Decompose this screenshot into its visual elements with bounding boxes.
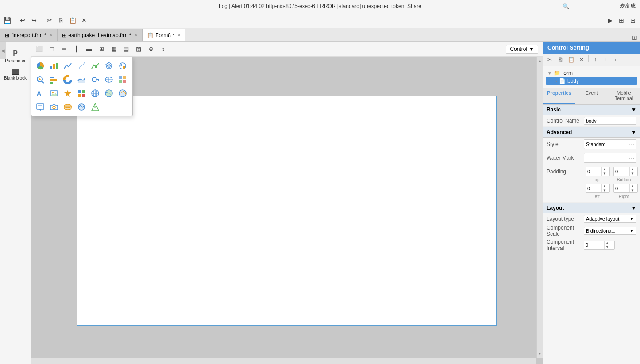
chart-web[interactable] [89,87,101,100]
control-dropdown[interactable]: Control ▼ [506,45,538,54]
advanced-section-header[interactable]: Advanced ▼ [543,127,640,138]
chart-globe2[interactable] [103,87,115,100]
rp-paste[interactable]: 📋 [566,55,576,65]
basic-section-header[interactable]: Basic ▼ [543,104,640,115]
padding-right-field[interactable] [614,185,629,192]
rect2-button[interactable]: ◻ [46,44,58,54]
chart-scatter[interactable] [75,60,88,72]
chart-globe3[interactable] [116,87,129,100]
control-name-value[interactable]: body [584,117,636,125]
sidebar-collapse-handle[interactable]: ◀ [0,42,6,59]
vertical-scrollbar[interactable]: ▲ ▼ [536,57,543,358]
redo-button[interactable]: ↪ [29,15,39,26]
rp-cut[interactable]: ✂ [545,55,555,65]
rect-button[interactable]: ⬜ [34,44,45,54]
chart-map[interactable] [103,73,115,86]
watermark-value[interactable]: ··· [584,153,636,163]
chart-text[interactable]: A [34,87,46,100]
interval-down[interactable]: ▼ [605,245,610,249]
chart-bubble[interactable] [116,60,129,72]
chart-win[interactable] [75,87,88,100]
merge-button[interactable]: ⊕ [145,44,157,54]
padding-top-input[interactable]: ▲ ▼ [586,167,610,176]
component-interval-input[interactable]: ▲ ▼ [584,241,615,250]
tab-event[interactable]: Event [575,88,608,104]
horizontal-scrollbar[interactable] [31,358,536,364]
rp-up[interactable]: ↑ [590,55,600,65]
tree-body[interactable]: ▷ 📄 body [546,77,637,85]
rp-delete[interactable]: ✕ [577,55,586,65]
sidebar-item-blank-block[interactable]: Blank block [2,67,29,82]
tab-close[interactable]: × [50,33,52,38]
tab-form8[interactable]: 📋 Form8 * × [142,29,185,41]
resize-button[interactable]: ↕ [158,44,169,54]
chart-donut[interactable] [62,73,74,86]
split-button[interactable]: ⊞ [616,15,627,26]
chart-key[interactable] [89,73,101,86]
rp-right[interactable]: → [622,55,632,65]
chart-pie[interactable] [34,60,46,72]
rp-copy[interactable]: ⎘ [555,55,565,65]
chart-line[interactable] [62,60,74,72]
padding-left-down[interactable]: ▼ [602,188,607,193]
tab-properties[interactable]: Properties [543,88,575,104]
cut-button[interactable]: ✂ [44,15,55,26]
padding-left-input[interactable]: ▲ ▼ [586,184,610,193]
interval-up[interactable]: ▲ [605,241,610,245]
chart-star[interactable] [62,87,74,100]
save-button[interactable]: 💾 [2,15,12,26]
expand-button[interactable]: ▶ [605,15,615,26]
close-file-button[interactable]: ✕ [79,15,89,26]
columns-button[interactable]: ⊟ [628,15,638,26]
watermark-dots[interactable]: ··· [629,154,634,161]
padding-top-field[interactable] [586,169,601,175]
padding-bottom-down[interactable]: ▼ [630,172,635,176]
chart-radar[interactable] [103,60,115,72]
tab-close2[interactable]: × [135,33,137,38]
rp-down[interactable]: ↓ [601,55,611,65]
table3-button[interactable]: ▤ [120,44,132,54]
chart-zoom[interactable] [34,73,46,86]
layout-section-header[interactable]: Layout ▼ [543,203,640,213]
tree-form[interactable]: ▼ 📁 form [546,69,637,77]
padding-bottom-input[interactable]: ▲ ▼ [613,167,638,176]
chart-extra2[interactable] [89,101,101,113]
padding-right-down[interactable]: ▼ [630,188,635,193]
chart-extra1[interactable] [75,101,88,113]
padding-top-up[interactable]: ▲ [602,167,607,172]
style-dots[interactable]: ··· [629,141,634,148]
padding-right-input[interactable]: ▲ ▼ [613,184,638,193]
padding-right-up[interactable]: ▲ [630,184,635,188]
tab-finereport[interactable]: ⊞ finereport.frm * × [0,29,57,41]
search-icon[interactable]: 🔍 [563,3,569,9]
chart-area[interactable] [89,60,101,72]
canvas-inner[interactable] [77,96,497,326]
paste-button[interactable]: 📋 [67,15,78,26]
rp-left[interactable]: ← [612,55,621,65]
copy-button[interactable]: ⎘ [56,15,66,26]
padding-bottom-up[interactable]: ▲ [630,167,635,172]
table-button[interactable]: ⊞ [96,44,107,54]
table4-button[interactable]: ▧ [133,44,144,54]
padding-left-field[interactable] [586,185,601,192]
chart-coin[interactable] [62,101,74,113]
table2-button[interactable]: ▦ [108,44,120,54]
tab-earthquake[interactable]: ⊞ earthquake_heatmap.frm * × [57,29,142,41]
padding-left-up[interactable]: ▲ [602,184,607,188]
component-scale-select[interactable]: Bidirectiona... ▼ [584,227,636,235]
style-value[interactable]: Standard ··· [584,139,636,149]
chart-image[interactable] [48,87,60,100]
chart-bar[interactable] [48,60,60,72]
hline-button[interactable]: ━ [58,44,70,54]
chart-camera[interactable] [48,101,60,113]
user-name[interactable]: 麦富成 [620,2,636,10]
undo-button[interactable]: ↩ [17,15,28,26]
padding-bottom-field[interactable] [614,169,629,175]
tab-close3[interactable]: × [178,33,181,38]
layout-type-select[interactable]: Adaptive layout ▼ [584,215,636,223]
tab-more-button[interactable]: ⊞ [629,34,640,41]
tab-mobile[interactable]: MobileTerminal [608,88,640,104]
chart-wave[interactable] [75,73,88,86]
chart-note[interactable] [34,101,46,113]
padding-top-down[interactable]: ▼ [602,172,607,176]
